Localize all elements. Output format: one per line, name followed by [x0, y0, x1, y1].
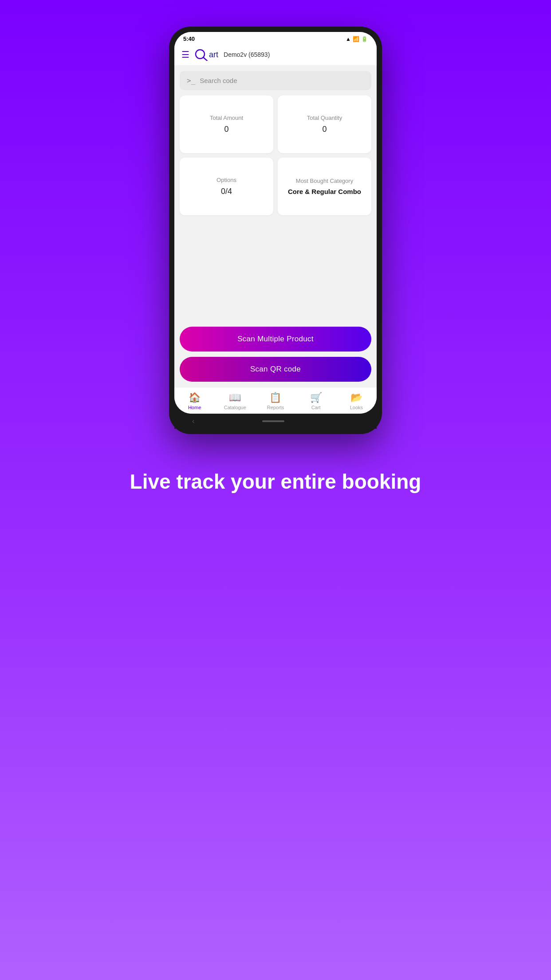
options-value: 0/4	[221, 187, 232, 196]
svg-line-1	[203, 57, 207, 61]
total-quantity-label: Total Quantity	[307, 115, 342, 121]
nav-reports-label: Reports	[267, 405, 284, 410]
options-label: Options	[216, 177, 236, 183]
menu-icon[interactable]: ☰	[181, 49, 189, 60]
catalogue-icon: 📖	[229, 392, 241, 403]
nav-looks-label: Looks	[350, 405, 363, 410]
logo-q-svg	[194, 48, 208, 61]
app-logo: art	[194, 48, 218, 61]
logo-text: art	[209, 50, 218, 59]
wifi-icon: ▲	[346, 36, 351, 42]
nav-catalogue[interactable]: 📖 Catalogue	[222, 392, 248, 410]
tagline: Live track your entire booking	[94, 470, 457, 494]
nav-home[interactable]: 🏠 Home	[181, 392, 208, 410]
total-quantity-value: 0	[322, 125, 327, 134]
reports-icon: 📋	[269, 392, 281, 403]
home-pill[interactable]	[262, 420, 284, 422]
phone-screen: 5:40 ▲ 📶 🔋 ☰ art Demo2v (65893)	[174, 32, 377, 414]
bottom-nav: 🏠 Home 📖 Catalogue 📋 Reports 🛒 Cart 📂 Lo…	[174, 387, 377, 414]
total-amount-card: Total Amount 0	[180, 95, 273, 153]
most-bought-label: Most Bought Category	[296, 178, 353, 184]
status-time: 5:40	[183, 36, 195, 42]
app-header: ☰ art Demo2v (65893)	[174, 44, 377, 66]
nav-cart-label: Cart	[311, 405, 321, 410]
nav-reports[interactable]: 📋 Reports	[262, 392, 289, 410]
back-chevron-icon[interactable]: ‹	[192, 417, 194, 425]
account-name: Demo2v (65893)	[224, 51, 270, 58]
options-card: Options 0/4	[180, 158, 273, 215]
nav-cart[interactable]: 🛒 Cart	[303, 392, 329, 410]
stats-grid: Total Amount 0 Total Quantity 0 Options …	[180, 95, 371, 215]
search-prompt-icon: >_	[187, 76, 195, 85]
phone-frame: 5:40 ▲ 📶 🔋 ☰ art Demo2v (65893)	[169, 27, 382, 434]
nav-looks[interactable]: 📂 Looks	[343, 392, 370, 410]
most-bought-value: Core & Regular Combo	[288, 188, 361, 195]
cart-icon: 🛒	[310, 392, 322, 403]
battery-icon: 🔋	[361, 36, 368, 42]
signal-icon: 📶	[353, 36, 359, 42]
most-bought-card: Most Bought Category Core & Regular Comb…	[278, 158, 371, 215]
total-amount-value: 0	[224, 125, 228, 134]
main-content: >_ Search code Total Amount 0 Total Quan…	[174, 66, 377, 387]
home-icon: 🏠	[189, 392, 201, 403]
total-quantity-card: Total Quantity 0	[278, 95, 371, 153]
scan-multiple-button[interactable]: Scan Multiple Product	[180, 327, 371, 352]
status-icons: ▲ 📶 🔋	[346, 36, 368, 42]
nav-home-label: Home	[188, 405, 201, 410]
nav-catalogue-label: Catalogue	[224, 405, 246, 410]
status-bar: 5:40 ▲ 📶 🔋	[174, 32, 377, 44]
total-amount-label: Total Amount	[210, 115, 243, 121]
search-placeholder: Search code	[200, 77, 237, 84]
search-bar[interactable]: >_ Search code	[180, 71, 371, 90]
looks-icon: 📂	[350, 392, 362, 403]
phone-bottom-bar: ‹	[174, 414, 377, 429]
scan-qr-button[interactable]: Scan QR code	[180, 357, 371, 382]
